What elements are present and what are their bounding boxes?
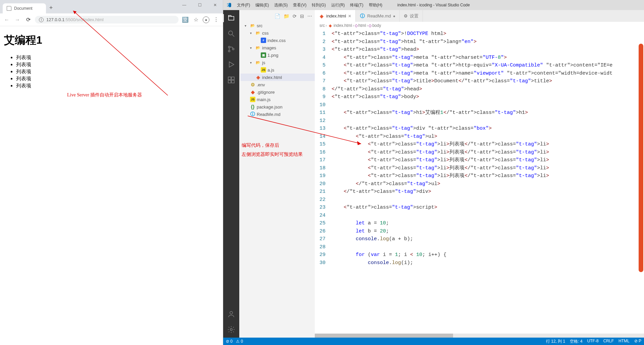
menu-view[interactable]: 查看(V): [291, 1, 309, 9]
more-icon[interactable]: ⋯: [307, 13, 312, 19]
site-info-icon[interactable]: i: [39, 17, 44, 22]
svg-marker-7: [229, 62, 234, 67]
status-encoding[interactable]: UTF-8: [587, 339, 599, 344]
svg-point-4: [229, 46, 230, 48]
menubar: 文件(F) 编辑(E) 选择(S) 查看(V) 转到(G) 运行(R) 终端(T…: [235, 1, 385, 9]
markdown-file-icon: ⓘ: [250, 112, 255, 117]
image-file-icon: ▣: [261, 52, 266, 58]
svg-rect-9: [228, 80, 231, 83]
tree-file-index-css[interactable]: #index.css: [241, 37, 315, 44]
svg-point-12: [230, 311, 233, 314]
forward-button[interactable]: →: [13, 16, 21, 24]
menu-icon[interactable]: ⋮: [212, 16, 220, 24]
source-control-icon[interactable]: [227, 45, 235, 53]
vscode-titlebar: 文件(F) 编辑(E) 选择(S) 查看(V) 转到(G) 运行(R) 终端(T…: [223, 0, 644, 10]
address-bar[interactable]: i 127.0.0.1:5500/src/index.html: [35, 16, 179, 24]
new-file-icon[interactable]: 📄: [275, 13, 280, 19]
css-file-icon: #: [261, 38, 266, 43]
horizontal-scrollbar[interactable]: [315, 334, 644, 338]
editor-group: ◈index.html✕ ⓘReadMe.md● ⚙设置 src› ◈index…: [315, 10, 644, 338]
maximize-button[interactable]: ☐: [192, 0, 207, 10]
tree-file-main-js[interactable]: JSmain.js: [241, 96, 315, 103]
breadcrumb-item[interactable]: src: [319, 23, 325, 28]
menu-go[interactable]: 转到(G): [309, 1, 328, 9]
folder-icon: 📂: [255, 60, 261, 65]
tag-icon: ◇: [355, 23, 358, 28]
breadcrumb-item[interactable]: ◈index.html: [328, 23, 352, 28]
status-warnings[interactable]: ⚠ 0: [236, 339, 243, 344]
status-errors[interactable]: ⊘ 0: [226, 339, 233, 344]
refresh-icon[interactable]: ⟳: [293, 13, 297, 19]
bookmark-icon[interactable]: ☆: [192, 16, 200, 24]
run-debug-icon[interactable]: [227, 60, 235, 69]
tree-folder-css[interactable]: ▾📂css: [241, 29, 315, 37]
back-button[interactable]: ←: [3, 16, 11, 24]
tree-folder-js[interactable]: ▾📂js: [241, 59, 315, 66]
vscode-body: 📄 📁 ⟳ ⊟ ⋯ ▾📂src ▾📂css #index.css ▾📂image…: [223, 10, 644, 338]
status-port[interactable]: ⊘ P: [634, 339, 641, 344]
translate-icon[interactable]: 🈳: [181, 16, 189, 24]
menu-file[interactable]: 文件(F): [235, 1, 252, 9]
tree-file-gitignore[interactable]: ◆.gitignore: [241, 88, 315, 96]
explorer-sidebar: 📄 📁 ⟳ ⊟ ⋯ ▾📂src ▾📂css #index.css ▾📂image…: [239, 10, 315, 338]
vscode-window: 文件(F) 编辑(E) 选择(S) 查看(V) 转到(G) 运行(R) 终端(T…: [223, 0, 644, 345]
explorer-toolbar: 📄 📁 ⟳ ⊟ ⋯: [239, 10, 315, 22]
code-editor[interactable]: 1234567891011121314151617181920212223242…: [315, 29, 644, 338]
tree-file-a-js[interactable]: JSa.js: [241, 66, 315, 74]
tree-file-index-html[interactable]: ◈index.html: [241, 74, 315, 81]
document-icon: [7, 6, 11, 11]
vscode-logo-icon: [223, 2, 235, 8]
breadcrumb[interactable]: src› ◈index.html› ◇html› ◇body: [315, 22, 644, 29]
tree-file-env[interactable]: ⚙.env: [241, 81, 315, 88]
status-language[interactable]: HTML: [618, 339, 630, 344]
menu-terminal[interactable]: 终端(T): [348, 1, 365, 9]
menu-edit[interactable]: 编辑(E): [253, 1, 271, 9]
tree-file-1-png[interactable]: ▣1.png: [241, 51, 315, 59]
close-button[interactable]: ✕: [207, 0, 223, 10]
explorer-icon[interactable]: [227, 14, 235, 22]
tag-icon: ◇: [368, 23, 371, 28]
editor-tab-settings[interactable]: ⚙设置: [400, 10, 423, 22]
status-eol[interactable]: CRLF: [603, 339, 614, 344]
svg-rect-11: [232, 77, 234, 80]
editor-tab-index-html[interactable]: ◈index.html✕: [315, 10, 356, 22]
breadcrumb-item[interactable]: ◇body: [368, 23, 381, 28]
json-file-icon: {}: [250, 104, 255, 110]
collapse-icon[interactable]: ⊟: [300, 13, 304, 19]
browser-tab[interactable]: Document: [3, 3, 46, 13]
breadcrumb-item[interactable]: ◇html: [355, 23, 366, 28]
markdown-file-icon: ⓘ: [360, 13, 365, 19]
close-tab-icon[interactable]: ✕: [348, 14, 351, 18]
reload-button[interactable]: ⟳: [24, 16, 32, 24]
menu-run[interactable]: 运行(R): [329, 1, 347, 9]
profile-icon[interactable]: ●: [203, 16, 209, 23]
git-file-icon: ◆: [250, 89, 255, 95]
env-file-icon: ⚙: [250, 82, 255, 87]
extensions-icon[interactable]: [227, 76, 235, 84]
tree-folder-images[interactable]: ▾📂images: [241, 44, 315, 51]
line-numbers: 1234567891011121314151617181920212223242…: [315, 29, 332, 338]
list-item: 列表项: [16, 68, 219, 75]
menu-selection[interactable]: 选择(S): [272, 1, 290, 9]
url-text: 127.0.0.1:5500/src/index.html: [46, 17, 104, 22]
tree-file-readme[interactable]: ⓘReadMe.md: [241, 111, 315, 118]
new-tab-button[interactable]: +: [46, 2, 56, 13]
list-item: 列表项: [16, 82, 219, 89]
minimize-button[interactable]: —: [177, 0, 192, 10]
settings-gear-icon[interactable]: [227, 326, 235, 334]
tree-file-package-json[interactable]: {}package.json: [241, 103, 315, 111]
svg-rect-8: [228, 77, 231, 80]
menu-help[interactable]: 帮助(H): [366, 1, 385, 9]
status-cursor-position[interactable]: 行 12, 列 1: [546, 339, 565, 344]
code-content[interactable]: <"t-attr">class="t-tag">!DOCTYPE html> <…: [332, 29, 644, 338]
html-file-icon: ◈: [328, 23, 333, 28]
editor-tab-readme[interactable]: ⓘReadMe.md●: [356, 10, 400, 22]
minimap-scrollbar[interactable]: [639, 44, 643, 272]
tree-folder-src[interactable]: ▾📂src: [241, 22, 315, 29]
js-file-icon: JS: [261, 67, 266, 73]
search-icon[interactable]: [227, 30, 235, 38]
window-title: index.html - icoding - Visual Studio Cod…: [397, 3, 470, 7]
new-folder-icon[interactable]: 📁: [284, 13, 289, 19]
account-icon[interactable]: [227, 310, 235, 318]
status-indent[interactable]: 空格: 4: [570, 339, 582, 344]
